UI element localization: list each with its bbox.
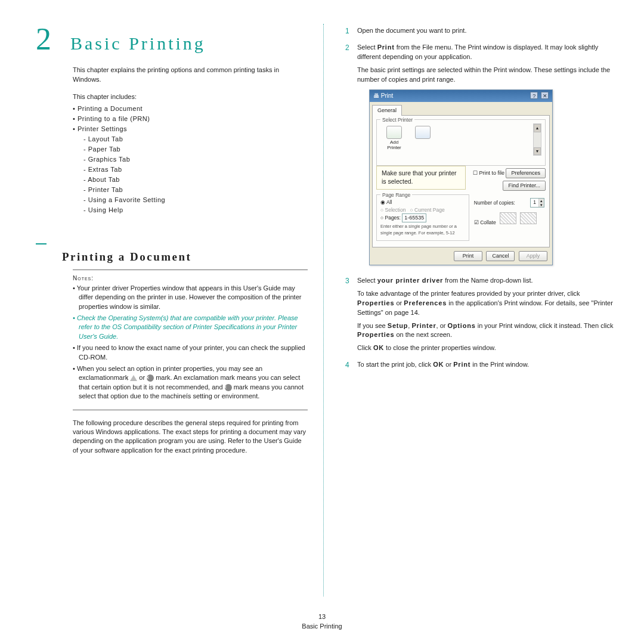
collate-checkbox[interactable]: Collate [474,219,496,225]
toc-item[interactable]: Printing to a file (PRN) [73,115,308,122]
preferences-button[interactable]: Preferences [506,168,546,178]
add-printer-icon[interactable]: Add Printer [384,126,404,151]
toc-subitem[interactable]: Layout Tab [83,135,308,143]
chapter-title: Basic Printing [70,33,206,54]
notes-block: Notes: Your printer driver Properties wi… [73,270,308,410]
radio-current-page[interactable]: Current Page [410,207,445,213]
note-item: If you need to know the exact name of yo… [73,343,308,362]
callout-box: Make sure that your printer is selected. [376,166,466,189]
column-divider [323,24,324,596]
help-icon[interactable]: ? [530,92,538,99]
group-select-printer: Select Printer [380,116,414,123]
cancel-button[interactable]: Cancel [486,251,515,261]
toc-list: Printing a Document Printing to a file (… [73,105,308,213]
apply-button[interactable]: Apply [519,251,547,261]
step-4: 4 To start the print job, click OK or Pr… [345,360,617,373]
toc-item[interactable]: Printer Settings Layout Tab Paper Tab Gr… [73,125,308,213]
includes-label: This chapter includes: [73,93,308,100]
toc-subitem[interactable]: Paper Tab [83,145,308,153]
toc-subitem[interactable]: Graphics Tab [83,156,308,163]
dialog-titlebar: 🖶 Print ? ✕ [370,90,552,103]
copies-label: Number of copies: [474,199,515,206]
range-hint: Enter either a single page number or a s… [380,224,465,237]
print-dialog: 🖶 Print ? ✕ General Select Printer [369,89,553,265]
collate-icon [520,212,537,224]
section-rule [36,235,308,244]
scrollbar[interactable]: ▴▾ [533,123,541,156]
collate-icon [500,212,516,224]
radio-all[interactable]: All [380,199,392,205]
copies-spinner[interactable]: 1▴▾ [530,198,544,208]
body-paragraph: The following procedure describes the ge… [73,419,308,456]
print-button[interactable]: Print [454,251,482,261]
steps-list: 1 Open the document you want to print. 2… [345,26,617,373]
pages-input[interactable]: 1-65535 [402,213,426,222]
note-item-italic: Check the Operating System(s) that are c… [73,314,308,341]
toc-subitem[interactable]: Using a Favorite Setting [83,196,308,203]
step-2: 2 Select Print from the File menu. The P… [345,43,617,273]
group-page-range: Page Range [380,191,412,199]
note-item: Your printer driver Properties window th… [73,284,308,311]
chapter-heading: 2 Basic Printing [36,24,308,55]
tab-general[interactable]: General [372,105,402,116]
radio-pages[interactable]: Pages: [380,215,401,221]
step-1: 1 Open the document you want to print. [345,26,617,39]
error-icon: ✕ [147,374,154,382]
footer-label: Basic Printing [0,622,644,631]
printer-icon[interactable] [413,126,433,140]
find-printer-button[interactable]: Find Printer... [503,181,546,191]
chapter-number: 2 [36,24,60,55]
toc-subitem[interactable]: Using Help [83,206,308,213]
toc-item[interactable]: Printing a Document [73,105,308,112]
section-title: Printing a Document [62,250,308,264]
page-footer: 13 Basic Printing [0,612,644,631]
page-number: 13 [0,612,644,621]
toc-subitem[interactable]: Printer Tab [83,186,308,193]
note-item: When you select an option in printer pro… [73,364,308,401]
toc-subitem[interactable]: Extras Tab [83,166,308,173]
intro-paragraph: This chapter explains the printing optio… [73,66,308,85]
radio-selection[interactable]: Selection [380,207,405,213]
step-3: 3 Select your printer driver from the Na… [345,276,617,357]
notes-label: Notes: [73,275,308,281]
print-to-file-checkbox[interactable]: Print to file [473,170,504,176]
toc-subitem[interactable]: About Tab [83,176,308,183]
close-icon[interactable]: ✕ [541,92,549,99]
error-icon: ✕ [225,384,232,391]
warning-icon [130,375,137,381]
